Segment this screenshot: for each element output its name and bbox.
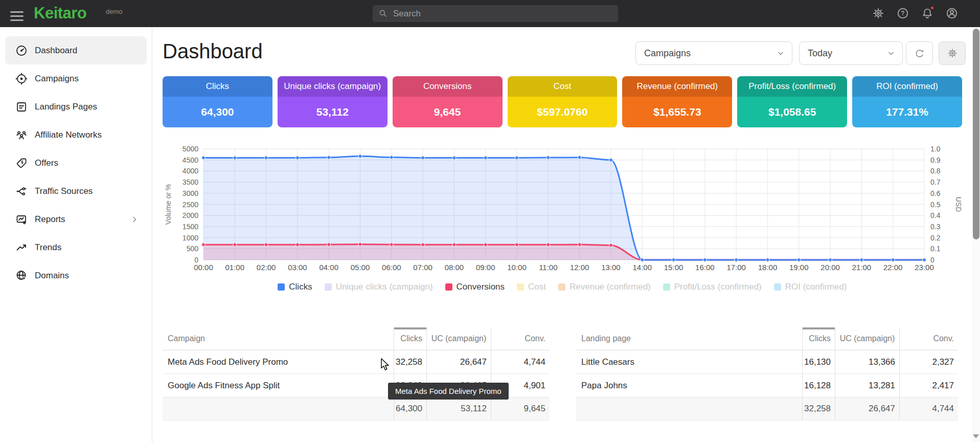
column-header-conv[interactable]: Conv. [899, 327, 958, 350]
table-row[interactable]: Little Caesars16,13013,3662,327 [576, 350, 958, 374]
sidebar-item-offers[interactable]: $ Offers [5, 149, 147, 177]
totals-value: 53,112 [426, 397, 491, 420]
svg-text:03:00: 03:00 [288, 263, 307, 272]
metric-card-label: Clicks [163, 76, 272, 97]
row-value: 4,744 [491, 350, 550, 373]
legend-item-clicks[interactable]: Clicks [278, 282, 312, 292]
settings-icon[interactable] [871, 4, 886, 23]
svg-text:$: $ [21, 159, 24, 164]
svg-text:01:00: 01:00 [225, 263, 245, 272]
table-row[interactable]: Papa Johns16,12813,2812,417 [576, 374, 958, 397]
chart-canvas: 5000450040003500300025002000150010005000… [163, 141, 962, 275]
legend-item-profit-loss-confirmed[interactable]: Profit/Loss (confirmed) [663, 282, 762, 292]
metric-card-label: Conversions [393, 76, 503, 97]
table-totals-row: 64,30053,1129,645 [163, 397, 550, 421]
row-tooltip: Meta Ads Food Delivery Promo [388, 383, 509, 400]
svg-text:USD: USD [954, 197, 962, 212]
sidebar-item-campaigns[interactable]: Campaigns [5, 64, 147, 93]
svg-text:05:00: 05:00 [351, 263, 370, 272]
svg-text:11:00: 11:00 [539, 263, 557, 272]
report-icon [15, 213, 28, 226]
legend-item-cost[interactable]: Cost [517, 282, 546, 292]
column-header-clicks[interactable]: Clicks [802, 327, 835, 350]
keitaro-logo[interactable]: Keitaro [34, 4, 86, 23]
chevron-right-icon [129, 214, 140, 225]
legend-item-unique-clicks-campaign[interactable]: Unique clicks (campaign) [325, 282, 433, 292]
svg-text:00:00: 00:00 [194, 263, 213, 272]
totals-value: 4,744 [899, 397, 958, 420]
row-name: Little Caesars [576, 350, 802, 373]
svg-text:0.4: 0.4 [930, 211, 941, 219]
legend-item-revenue-confirmed[interactable]: Revenue (confirmed) [558, 282, 651, 292]
hamburger-menu-icon[interactable] [10, 11, 24, 24]
date-range-select[interactable]: Today [799, 41, 903, 65]
svg-text:500: 500 [187, 245, 199, 253]
keitaro-dashboard-app: Keitaro demo ? Dashboard Campaigns Landi… [0, 0, 980, 442]
legend-item-roi-confirmed[interactable]: ROI (confirmed) [774, 282, 847, 292]
scrollbar-thumb[interactable] [973, 29, 979, 239]
column-header-clicks[interactable]: Clicks [394, 327, 426, 350]
sidebar-item-domains[interactable]: Domains [5, 261, 147, 290]
svg-text:15:00: 15:00 [664, 263, 683, 272]
page-scrollbar[interactable] [972, 27, 980, 442]
legend-item-conversions[interactable]: Conversions [445, 282, 505, 292]
search-input[interactable] [393, 9, 608, 19]
legend-label: Unique clicks (campaign) [336, 282, 433, 292]
svg-text:0.5: 0.5 [930, 201, 941, 209]
sidebar-item-label: Landings Pages [35, 102, 97, 112]
svg-text:20:00: 20:00 [821, 263, 840, 272]
table-header-row: CampaignClicksUC (campaign)Conv. [163, 327, 550, 350]
scrollbar-down-arrow-icon[interactable] [973, 434, 979, 438]
row-value: 13,366 [835, 350, 899, 373]
campaigns-table: CampaignClicksUC (campaign)Conv.Meta Ads… [163, 327, 550, 421]
totals-spacer [576, 397, 802, 420]
column-header-uc-campaign[interactable]: UC (campaign) [426, 327, 491, 350]
svg-text:07:00: 07:00 [413, 263, 432, 272]
help-icon[interactable]: ? [895, 4, 910, 23]
dashboard-settings-button[interactable] [939, 41, 966, 65]
table-row[interactable]: Meta Ads Food Delivery Promo32,25826,647… [163, 350, 550, 374]
legend-swatch [517, 283, 524, 291]
grouping-select-value: Campaigns [636, 48, 691, 59]
search-icon [378, 9, 388, 18]
globe-icon [15, 270, 28, 282]
sort-indicator [803, 327, 835, 329]
sidebar-item-reports[interactable]: Reports [5, 205, 147, 233]
account-icon[interactable] [944, 4, 960, 23]
column-header-conv[interactable]: Conv. [491, 327, 550, 350]
row-value: 2,417 [899, 374, 958, 397]
svg-text:0.6: 0.6 [930, 189, 941, 197]
sidebar-item-landings-pages[interactable]: Landings Pages [5, 93, 147, 121]
account-icon [945, 7, 959, 20]
refresh-button[interactable] [906, 41, 933, 65]
sidebar-item-label: Reports [35, 214, 65, 225]
column-header-uc-campaign[interactable]: UC (campaign) [835, 327, 899, 350]
sidebar-item-affiliate-networks[interactable]: Affiliate Networks [5, 121, 147, 149]
table-header-row: Landing pageClicksUC (campaign)Conv. [576, 327, 958, 350]
metric-card-value: $597.0760 [508, 97, 618, 127]
row-value: 13,281 [835, 374, 899, 397]
row-name: Google Ads Fitness App Split [163, 374, 394, 397]
row-value: 2,327 [899, 350, 958, 373]
notifications-icon[interactable] [920, 4, 935, 23]
global-search[interactable] [373, 5, 618, 22]
sidebar-item-label: Traffic Sources [35, 186, 93, 196]
sidebar-item-label: Affiliate Networks [35, 130, 102, 140]
sidebar-item-dashboard[interactable]: Dashboard [5, 36, 147, 64]
chevron-down-icon [776, 48, 786, 58]
sidebar-item-label: Offers [35, 158, 58, 168]
metric-card-cost: Cost $597.0760 [508, 76, 618, 127]
metric-card-value: 64,300 [163, 97, 272, 127]
metric-card-label: Unique clicks (campaign) [278, 76, 388, 97]
legend-label: Revenue (confirmed) [569, 282, 651, 292]
svg-text:10:00: 10:00 [507, 263, 527, 272]
sidebar-item-label: Dashboard [35, 46, 77, 56]
sidebar-item-trends[interactable]: Trends [5, 233, 147, 261]
metric-card-label: Revenue (confirmed) [622, 76, 732, 97]
mouse-cursor [380, 358, 393, 374]
metric-card-value: 9,645 [393, 97, 503, 127]
sidebar-item-traffic-sources[interactable]: Traffic Sources [5, 177, 147, 205]
grouping-select[interactable]: Campaigns [635, 41, 792, 65]
metric-card-label: Cost [508, 76, 618, 97]
svg-text:Volume or %: Volume or % [164, 184, 172, 225]
